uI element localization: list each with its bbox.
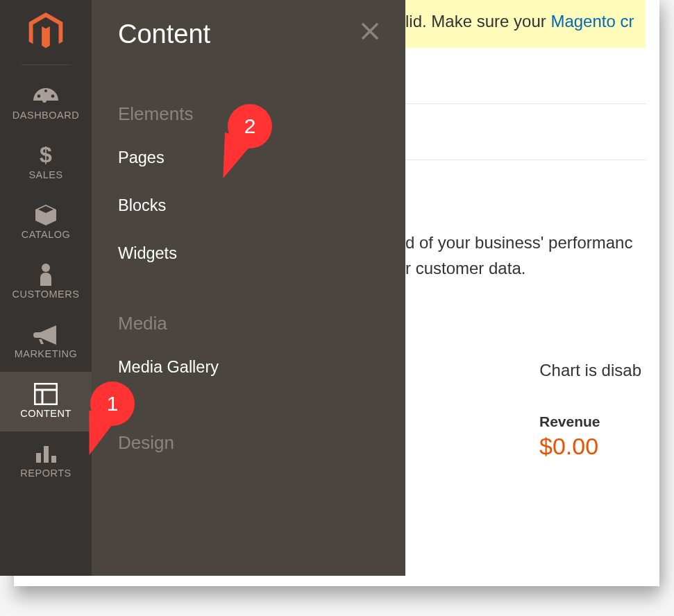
sidebar-item-content[interactable]: CONTENT	[0, 372, 92, 431]
sidebar-item-label: MARKETING	[0, 348, 92, 359]
group-media-title: Media	[118, 313, 379, 334]
bi-text-line1: d of your business' performanc	[405, 230, 646, 255]
magento-logo-icon	[28, 12, 63, 51]
svg-rect-6	[44, 446, 49, 463]
person-icon	[0, 261, 92, 289]
close-button[interactable]	[360, 21, 380, 44]
sidebar-item-catalog[interactable]: CATALOG	[0, 193, 92, 253]
layout-icon	[0, 380, 92, 408]
sidebar-item-customers[interactable]: CUSTOMERS	[0, 253, 92, 312]
alert-link[interactable]: Magento cr	[550, 12, 634, 31]
svg-rect-2	[35, 384, 57, 404]
annotation-callout-2: 2	[228, 104, 272, 148]
dashboard-card	[405, 103, 646, 160]
bi-text-line2: r customer data.	[405, 255, 646, 281]
megaphone-icon	[0, 320, 92, 348]
sidebar-item-label: SALES	[0, 169, 92, 180]
submenu-item-media-gallery[interactable]: Media Gallery	[118, 358, 379, 377]
gauge-icon	[0, 82, 92, 110]
submenu-title: Content	[118, 19, 379, 49]
group-design-title: Design	[118, 432, 379, 454]
sidebar-item-marketing[interactable]: MARKETING	[0, 312, 92, 372]
submenu-item-widgets[interactable]: Widgets	[118, 244, 379, 263]
revenue-label: Revenue	[539, 413, 646, 430]
close-icon	[360, 21, 380, 42]
sidebar-item-label: REPORTS	[0, 468, 92, 479]
svg-point-1	[42, 264, 50, 272]
sidebar-item-label: CUSTOMERS	[0, 289, 92, 300]
sidebar-item-reports[interactable]: REPORTS	[0, 431, 92, 491]
sidebar-divider	[21, 65, 71, 65]
callout-number: 1	[107, 392, 119, 416]
dollar-icon: $	[0, 142, 92, 169]
revenue-value: $0.00	[539, 433, 646, 460]
magento-logo[interactable]	[0, 0, 92, 60]
svg-rect-5	[36, 453, 41, 463]
sidebar-item-sales[interactable]: $ SALES	[0, 133, 92, 193]
bi-text: d of your business' performanc r custome…	[405, 230, 646, 281]
annotation-callout-1: 1	[90, 382, 135, 426]
content-submenu: Content Elements Pages Blocks Widgets Me…	[92, 0, 405, 576]
svg-rect-7	[51, 456, 56, 463]
callout-number: 2	[244, 114, 256, 138]
chart-disabled-note: Chart is disab	[405, 361, 646, 380]
sidebar-item-dashboard[interactable]: DASHBOARD	[0, 74, 92, 133]
main-content: lid. Make sure your Magento cr d of your…	[405, 0, 646, 576]
bar-chart-icon	[0, 440, 92, 468]
sidebar-item-label: CONTENT	[0, 408, 92, 419]
submenu-item-blocks[interactable]: Blocks	[118, 196, 379, 215]
svg-text:$: $	[40, 144, 52, 167]
sidebar-item-label: DASHBOARD	[0, 110, 92, 121]
alert-text: lid. Make sure your	[405, 12, 550, 31]
revenue-block: Revenue $0.00	[405, 413, 646, 460]
sidebar-item-label: CATALOG	[0, 229, 92, 240]
box-icon	[0, 201, 92, 229]
system-alert: lid. Make sure your Magento cr	[405, 0, 646, 48]
admin-sidebar: DASHBOARD $ SALES CATALOG CUSTOMERS MARK…	[0, 0, 92, 576]
